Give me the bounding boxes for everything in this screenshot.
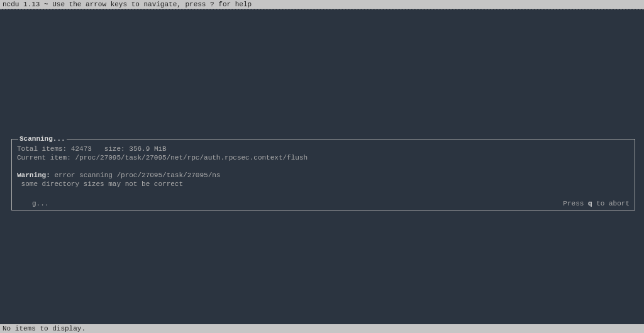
spacer	[17, 162, 630, 171]
scan-warning-line: Warning: error scanning /proc/27095/task…	[17, 171, 630, 180]
scanning-dialog: Scanning... Total items: 42473 size: 356…	[11, 139, 635, 210]
scan-title: Scanning...	[18, 135, 67, 143]
scan-totals-line: Total items: 42473 size: 356.9 MiB	[17, 145, 630, 153]
scan-body: Total items: 42473 size: 356.9 MiB Curre…	[12, 139, 635, 200]
scan-current-line: Current item: /proc/27095/task/27095/net…	[17, 153, 630, 162]
footer-status: No items to display.	[3, 325, 86, 332]
spacer2	[17, 188, 630, 197]
app-version: 1.13	[23, 1, 40, 8]
main-area: Scanning... Total items: 42473 size: 356…	[0, 9, 644, 324]
app-name: ncdu	[3, 1, 19, 8]
header-bar: ncdu 1.13 ~ Use the arrow keys to naviga…	[0, 0, 644, 9]
scan-progress: g...	[17, 200, 48, 207]
abort-key: q	[588, 200, 592, 207]
scan-footer: g... Press q to abort	[12, 200, 635, 210]
footer-bar: No items to display.	[0, 324, 644, 333]
abort-hint[interactable]: Press q to abort	[563, 200, 630, 207]
header-hint: Use the arrow keys to navigate, press ? …	[52, 1, 252, 8]
warning-label: Warning:	[17, 172, 50, 179]
scan-warning-sub: some directory sizes may not be correct	[17, 180, 630, 188]
